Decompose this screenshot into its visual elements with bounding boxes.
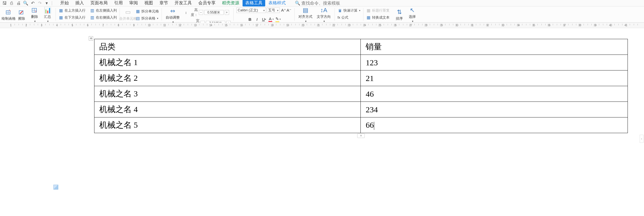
table-row[interactable]: 机械之名 346 — [94, 86, 628, 102]
split-cells-icon: ▦ — [135, 9, 140, 14]
table-cell[interactable]: 机械之名 5 — [94, 117, 361, 133]
row-height-stepper[interactable]: ↕ 高度： − 0.55厘米 + — [185, 8, 231, 17]
tab-table-tools[interactable]: 表格工具 — [243, 0, 265, 6]
autofit-button[interactable]: ⇔ 自动调整▾ — [165, 8, 181, 23]
quick-calc-button[interactable]: 🖩 快速计算▾ — [338, 8, 360, 14]
search-input[interactable] — [301, 1, 350, 6]
merge-cells-button[interactable]: ▭ 合并单元格 — [122, 9, 133, 21]
tab-member[interactable]: 会员专享 — [195, 0, 219, 6]
table-row[interactable]: 机械之名 566 — [94, 117, 628, 133]
ruler-label: 39 — [594, 24, 597, 27]
ruler-label: 19 — [286, 24, 289, 27]
qa-dropdown[interactable]: ▾ — [44, 1, 50, 6]
ruler-label: 3 — [41, 24, 42, 27]
height-minus[interactable]: − — [199, 10, 203, 15]
increase-font-button[interactable]: A⁺ — [281, 8, 286, 13]
ruler-label: 20 — [301, 24, 304, 27]
tab-view[interactable]: 视图 — [141, 0, 156, 6]
alignment-button[interactable]: ▤ 对齐方式▾ — [297, 7, 314, 23]
print-button[interactable]: 🖨 — [16, 1, 22, 6]
tab-sections[interactable]: 章节 — [156, 0, 171, 6]
ruler-label: 2 — [25, 24, 27, 27]
print-preview-button[interactable]: 🔍 — [23, 1, 29, 6]
font-family-select[interactable]: Calibri (正文) ▾ — [236, 8, 266, 13]
select-button[interactable]: ↖ 选择▾ — [407, 7, 418, 23]
table-cell[interactable]: 机械之名 2 — [94, 70, 361, 86]
summary-button[interactable]: 📊 汇总▾ — [42, 7, 53, 23]
decrease-font-button[interactable]: A⁻ — [286, 8, 292, 13]
redo-button[interactable]: ↷ — [37, 1, 43, 6]
header-repeat-button[interactable]: ▦ 标题行重复 — [366, 8, 390, 14]
ribbon-separator — [335, 8, 335, 21]
ruler-label: 17 — [255, 24, 258, 27]
convert-to-text-button[interactable]: ▦ 转换成文本 — [366, 15, 390, 21]
table-cell[interactable]: 机械之名 4 — [94, 102, 361, 117]
text-direction-button[interactable]: ↕A 文字方向▾ — [316, 7, 332, 23]
table-cell[interactable]: 123 — [361, 55, 628, 70]
table-header-category[interactable]: 品类 — [94, 39, 361, 55]
split-cells-button[interactable]: ▦ 拆分单元格 — [135, 8, 159, 14]
summary-label: 汇总 — [44, 14, 51, 19]
insert-row-below-button[interactable]: ▦ 在下方插入行 — [59, 15, 86, 21]
split-table-icon: ▤ — [135, 16, 140, 21]
tab-table-style[interactable]: 表格样式 — [265, 0, 289, 6]
quick-calc-label: 快速计算 — [343, 8, 357, 13]
save-button[interactable]: 🖫 — [2, 1, 8, 6]
draw-table-button[interactable]: 绘制表格 — [3, 9, 14, 21]
table-row[interactable]: 品类销量 — [94, 39, 628, 55]
page-options-icon[interactable] — [53, 185, 58, 190]
to-text-label: 转换成文本 — [372, 15, 390, 20]
underline-button[interactable]: U▾ — [261, 16, 267, 22]
insert-col-left-button[interactable]: ▥ 在左侧插入列 — [90, 8, 117, 14]
table-cell[interactable]: 21 — [361, 70, 628, 86]
data-table[interactable]: 品类销量机械之名 1123机械之名 221机械之名 346机械之名 4234机械… — [94, 39, 628, 133]
table-cell[interactable]: 46 — [361, 86, 628, 102]
height-plus[interactable]: + — [225, 10, 229, 15]
font-color-button[interactable]: A▾ — [268, 16, 274, 22]
tab-developer[interactable]: 开发工具 — [171, 0, 195, 6]
erase-button[interactable]: 擦除 — [16, 9, 27, 21]
height-value[interactable]: 0.55厘米 — [204, 10, 224, 15]
insert-above-icon: ▦ — [59, 8, 63, 13]
tab-page-layout[interactable]: 页面布局 — [87, 0, 111, 6]
table-header-sales[interactable]: 销量 — [361, 39, 628, 55]
font-size-select[interactable]: 五号 ▾ — [267, 8, 280, 13]
delete-table-button[interactable]: 删除▾ — [29, 7, 40, 23]
italic-button[interactable]: I — [254, 16, 260, 22]
table-cell[interactable]: 234 — [361, 102, 628, 117]
undo-button[interactable]: ↶ — [30, 1, 36, 6]
table-cell[interactable]: 机械之名 1 — [94, 55, 361, 70]
draw-table-label: 绘制表格 — [2, 16, 16, 21]
table-move-handle-icon[interactable]: ✥ — [89, 36, 93, 40]
insert-row-above-button[interactable]: ▦ 在上方插入行 — [59, 8, 86, 14]
ruler-label: 38 — [578, 24, 581, 27]
font-family-value: Calibri (正文) — [238, 8, 258, 13]
right-panel-collapse-button[interactable]: ‹ — [640, 135, 643, 143]
header-repeat-icon: ▦ — [366, 8, 371, 13]
tab-review[interactable]: 审阅 — [126, 0, 141, 6]
horizontal-ruler[interactable]: 1234567891011121314151617181920212223242… — [0, 23, 644, 28]
table-row[interactable]: 机械之名 1123 — [94, 55, 628, 70]
insert-right-icon: ▥ — [90, 15, 95, 20]
tab-start[interactable]: 开始 — [57, 0, 72, 6]
tab-insert[interactable]: 插入 — [72, 0, 87, 6]
tab-references[interactable]: 引用 — [111, 0, 126, 6]
table-cell[interactable]: 66 — [361, 117, 628, 133]
table-row[interactable]: 机械之名 4234 — [94, 102, 628, 117]
insert-col-right-button[interactable]: ▥ 在右侧插入列 — [90, 15, 117, 21]
highlight-button[interactable]: ✎▾ — [275, 16, 281, 22]
table-row[interactable]: 机械之名 221 — [94, 70, 628, 86]
ruler-label: 36 — [547, 24, 550, 27]
insert-left-label: 在左侧插入列 — [96, 8, 117, 13]
autofit-label: 自动调整 — [166, 15, 180, 20]
ruler-label: 18 — [271, 24, 274, 27]
tab-doke-resources[interactable]: 稻壳资源 — [219, 0, 243, 6]
formula-button[interactable]: fx 公式 — [338, 15, 360, 21]
export-button[interactable]: ⎙ — [9, 1, 15, 6]
table-cell[interactable]: 机械之名 3 — [94, 86, 361, 102]
add-row-button[interactable]: + — [357, 134, 365, 138]
ruler-label: 22 — [332, 24, 335, 27]
bold-button[interactable]: B — [247, 16, 253, 22]
sort-button[interactable]: ⇅ 排序 — [394, 9, 405, 21]
split-table-button[interactable]: ▤ 拆分表格▾ — [135, 15, 159, 21]
